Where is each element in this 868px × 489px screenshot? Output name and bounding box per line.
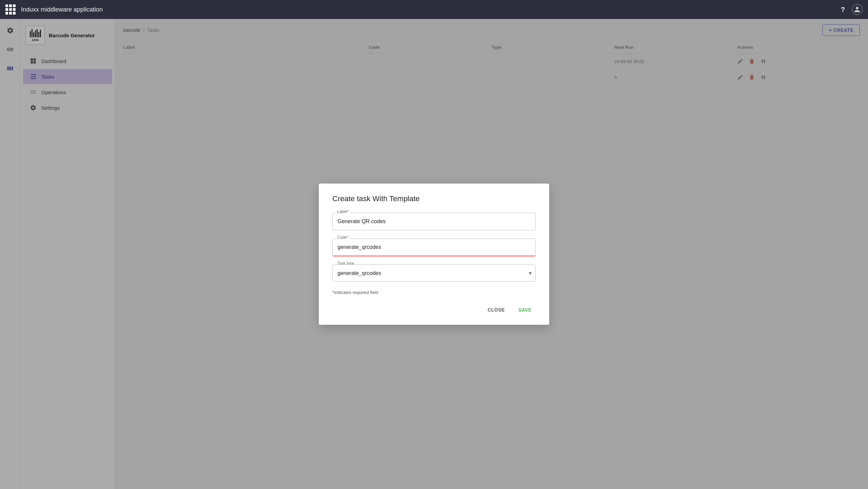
label-field: Label* (332, 213, 536, 230)
app-title: Induxx middleware application (21, 6, 103, 13)
topbar-left: Induxx middleware application (5, 4, 103, 15)
create-task-modal: Create task With Template Label* Code* T… (319, 184, 549, 325)
code-field-label: Code* (336, 235, 350, 240)
help-icon[interactable]: ? (841, 6, 845, 14)
topbar: Induxx middleware application ? (0, 0, 868, 19)
save-button[interactable]: SAVE (514, 304, 536, 315)
modal-actions: CLOSE SAVE (332, 302, 536, 315)
close-button[interactable]: CLOSE (483, 304, 509, 315)
required-note: *indicates required field (332, 290, 536, 295)
task-type-field: Task type generate_qrcodes ▾ (332, 264, 536, 282)
label-input[interactable] (332, 213, 536, 230)
task-type-select-wrapper: generate_qrcodes ▾ (332, 264, 536, 282)
code-input[interactable] (332, 238, 536, 256)
label-field-label: Label* (336, 209, 350, 214)
modal-overlay: Create task With Template Label* Code* T… (0, 19, 868, 489)
code-field: Code* (332, 238, 536, 256)
person-icon (854, 6, 861, 13)
task-type-select[interactable]: generate_qrcodes (332, 264, 536, 282)
user-avatar[interactable] (852, 4, 863, 15)
modal-title: Create task With Template (332, 194, 536, 203)
topbar-right: ? (841, 4, 863, 15)
grid-menu-icon[interactable] (5, 4, 16, 15)
